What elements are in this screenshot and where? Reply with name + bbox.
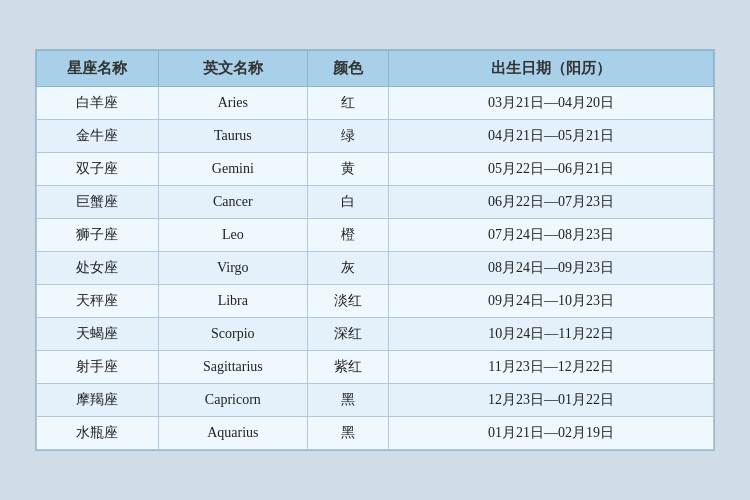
cell-color: 白	[307, 186, 388, 219]
cell-zh: 射手座	[37, 351, 159, 384]
cell-color: 黑	[307, 417, 388, 450]
cell-en: Scorpio	[158, 318, 307, 351]
cell-en: Sagittarius	[158, 351, 307, 384]
cell-date: 08月24日—09月23日	[389, 252, 714, 285]
cell-en: Aries	[158, 87, 307, 120]
cell-zh: 天蝎座	[37, 318, 159, 351]
cell-en: Libra	[158, 285, 307, 318]
cell-color: 灰	[307, 252, 388, 285]
cell-date: 07月24日—08月23日	[389, 219, 714, 252]
cell-zh: 金牛座	[37, 120, 159, 153]
cell-date: 04月21日—05月21日	[389, 120, 714, 153]
zodiac-table: 星座名称 英文名称 颜色 出生日期（阳历） 白羊座Aries红03月21日—04…	[36, 50, 714, 450]
cell-zh: 白羊座	[37, 87, 159, 120]
table-row: 双子座Gemini黄05月22日—06月21日	[37, 153, 714, 186]
table-row: 狮子座Leo橙07月24日—08月23日	[37, 219, 714, 252]
cell-color: 橙	[307, 219, 388, 252]
cell-en: Virgo	[158, 252, 307, 285]
header-color: 颜色	[307, 51, 388, 87]
cell-en: Capricorn	[158, 384, 307, 417]
cell-color: 黄	[307, 153, 388, 186]
cell-en: Aquarius	[158, 417, 307, 450]
header-zh: 星座名称	[37, 51, 159, 87]
cell-zh: 双子座	[37, 153, 159, 186]
cell-date: 10月24日—11月22日	[389, 318, 714, 351]
table-row: 天秤座Libra淡红09月24日—10月23日	[37, 285, 714, 318]
table-header-row: 星座名称 英文名称 颜色 出生日期（阳历）	[37, 51, 714, 87]
cell-zh: 天秤座	[37, 285, 159, 318]
cell-date: 09月24日—10月23日	[389, 285, 714, 318]
cell-color: 红	[307, 87, 388, 120]
table-row: 天蝎座Scorpio深红10月24日—11月22日	[37, 318, 714, 351]
cell-en: Gemini	[158, 153, 307, 186]
cell-color: 绿	[307, 120, 388, 153]
cell-date: 06月22日—07月23日	[389, 186, 714, 219]
header-en: 英文名称	[158, 51, 307, 87]
table-body: 白羊座Aries红03月21日—04月20日金牛座Taurus绿04月21日—0…	[37, 87, 714, 450]
table-row: 处女座Virgo灰08月24日—09月23日	[37, 252, 714, 285]
cell-color: 紫红	[307, 351, 388, 384]
table-row: 水瓶座Aquarius黑01月21日—02月19日	[37, 417, 714, 450]
header-date: 出生日期（阳历）	[389, 51, 714, 87]
cell-color: 黑	[307, 384, 388, 417]
cell-date: 11月23日—12月22日	[389, 351, 714, 384]
cell-zh: 狮子座	[37, 219, 159, 252]
cell-zh: 摩羯座	[37, 384, 159, 417]
cell-date: 03月21日—04月20日	[389, 87, 714, 120]
cell-en: Cancer	[158, 186, 307, 219]
cell-zh: 水瓶座	[37, 417, 159, 450]
table-row: 摩羯座Capricorn黑12月23日—01月22日	[37, 384, 714, 417]
cell-date: 12月23日—01月22日	[389, 384, 714, 417]
table-row: 白羊座Aries红03月21日—04月20日	[37, 87, 714, 120]
cell-date: 05月22日—06月21日	[389, 153, 714, 186]
table-row: 巨蟹座Cancer白06月22日—07月23日	[37, 186, 714, 219]
zodiac-table-container: 星座名称 英文名称 颜色 出生日期（阳历） 白羊座Aries红03月21日—04…	[35, 49, 715, 451]
cell-zh: 巨蟹座	[37, 186, 159, 219]
cell-en: Taurus	[158, 120, 307, 153]
cell-zh: 处女座	[37, 252, 159, 285]
cell-color: 淡红	[307, 285, 388, 318]
table-row: 金牛座Taurus绿04月21日—05月21日	[37, 120, 714, 153]
cell-en: Leo	[158, 219, 307, 252]
cell-date: 01月21日—02月19日	[389, 417, 714, 450]
cell-color: 深红	[307, 318, 388, 351]
table-row: 射手座Sagittarius紫红11月23日—12月22日	[37, 351, 714, 384]
